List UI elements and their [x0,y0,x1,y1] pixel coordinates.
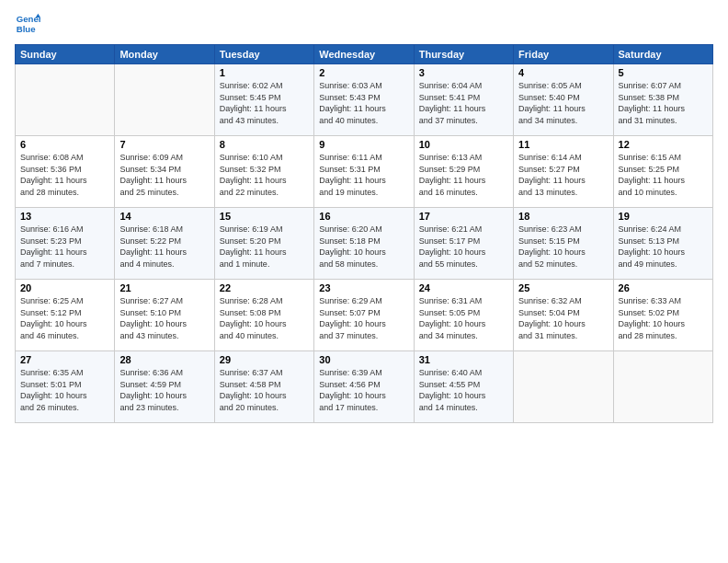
day-number: 20 [20,282,109,293]
day-info: Sunrise: 6:07 AM Sunset: 5:38 PM Dayligh… [619,80,708,126]
day-info: Sunrise: 6:36 AM Sunset: 4:59 PM Dayligh… [119,367,209,413]
day-info: Sunrise: 6:35 AM Sunset: 5:01 PM Dayligh… [20,367,109,413]
day-info: Sunrise: 6:09 AM Sunset: 5:34 PM Dayligh… [119,152,209,198]
calendar-cell: 5Sunrise: 6:07 AM Sunset: 5:38 PM Daylig… [613,64,712,136]
header-row: SundayMondayTuesdayWednesdayThursdayFrid… [16,45,713,64]
day-info: Sunrise: 6:23 AM Sunset: 5:15 PM Dayligh… [518,224,608,270]
day-number: 15 [220,211,309,222]
day-number: 4 [518,67,608,78]
day-number: 3 [419,67,508,78]
day-number: 29 [220,354,309,365]
calendar-cell: 22Sunrise: 6:28 AM Sunset: 5:08 PM Dayli… [214,280,313,351]
calendar-cell: 14Sunrise: 6:18 AM Sunset: 5:22 PM Dayli… [115,208,214,280]
day-number: 6 [20,139,109,150]
calendar-cell: 17Sunrise: 6:21 AM Sunset: 5:17 PM Dayli… [414,208,513,280]
day-number: 26 [619,282,708,293]
day-info: Sunrise: 6:37 AM Sunset: 4:58 PM Dayligh… [220,367,309,413]
calendar-cell: 27Sunrise: 6:35 AM Sunset: 5:01 PM Dayli… [16,351,115,423]
svg-text:Blue: Blue [17,24,36,34]
calendar-cell: 12Sunrise: 6:15 AM Sunset: 5:25 PM Dayli… [613,136,712,208]
day-number: 23 [319,282,408,293]
calendar-cell: 16Sunrise: 6:20 AM Sunset: 5:18 PM Dayli… [314,208,414,280]
calendar-cell: 20Sunrise: 6:25 AM Sunset: 5:12 PM Dayli… [16,280,115,351]
day-info: Sunrise: 6:13 AM Sunset: 5:29 PM Dayligh… [419,152,508,198]
calendar-cell: 3Sunrise: 6:04 AM Sunset: 5:41 PM Daylig… [414,64,513,136]
header-day: Wednesday [314,45,414,64]
calendar-cell: 7Sunrise: 6:09 AM Sunset: 5:34 PM Daylig… [115,136,214,208]
calendar-cell: 21Sunrise: 6:27 AM Sunset: 5:10 PM Dayli… [115,280,214,351]
day-number: 16 [319,211,408,222]
day-info: Sunrise: 6:32 AM Sunset: 5:04 PM Dayligh… [518,295,608,341]
calendar-cell: 11Sunrise: 6:14 AM Sunset: 5:27 PM Dayli… [514,136,613,208]
day-number: 13 [20,211,109,222]
day-number: 25 [518,282,608,293]
day-number: 24 [419,282,508,293]
calendar-cell [115,64,214,136]
day-number: 17 [419,211,508,222]
calendar-cell: 31Sunrise: 6:40 AM Sunset: 4:55 PM Dayli… [414,351,513,423]
header-day: Friday [514,45,613,64]
day-number: 2 [319,67,408,78]
day-info: Sunrise: 6:16 AM Sunset: 5:23 PM Dayligh… [20,224,109,270]
header-day: Monday [115,45,214,64]
header-day: Sunday [16,45,115,64]
day-number: 28 [119,354,209,365]
day-info: Sunrise: 6:02 AM Sunset: 5:45 PM Dayligh… [220,80,309,126]
calendar-cell: 8Sunrise: 6:10 AM Sunset: 5:32 PM Daylig… [214,136,313,208]
day-info: Sunrise: 6:10 AM Sunset: 5:32 PM Dayligh… [220,152,309,198]
day-info: Sunrise: 6:21 AM Sunset: 5:17 PM Dayligh… [419,224,508,270]
day-info: Sunrise: 6:39 AM Sunset: 4:56 PM Dayligh… [319,367,408,413]
calendar-cell: 9Sunrise: 6:11 AM Sunset: 5:31 PM Daylig… [314,136,414,208]
day-number: 8 [220,139,309,150]
logo-icon: General Blue [15,11,40,37]
day-number: 27 [20,354,109,365]
day-number: 21 [119,282,209,293]
logo: General Blue [15,11,44,37]
day-info: Sunrise: 6:40 AM Sunset: 4:55 PM Dayligh… [419,367,508,413]
calendar-cell [16,64,115,136]
day-number: 19 [619,211,708,222]
day-info: Sunrise: 6:31 AM Sunset: 5:05 PM Dayligh… [419,295,508,341]
calendar-cell: 2Sunrise: 6:03 AM Sunset: 5:43 PM Daylig… [314,64,414,136]
calendar-cell [613,351,712,423]
day-info: Sunrise: 6:20 AM Sunset: 5:18 PM Dayligh… [319,224,408,270]
day-info: Sunrise: 6:15 AM Sunset: 5:25 PM Dayligh… [619,152,708,198]
day-number: 14 [119,211,209,222]
calendar-cell: 25Sunrise: 6:32 AM Sunset: 5:04 PM Dayli… [514,280,613,351]
calendar-cell: 19Sunrise: 6:24 AM Sunset: 5:13 PM Dayli… [613,208,712,280]
day-info: Sunrise: 6:04 AM Sunset: 5:41 PM Dayligh… [419,80,508,126]
day-number: 18 [518,211,608,222]
calendar-week-row: 1Sunrise: 6:02 AM Sunset: 5:45 PM Daylig… [16,64,713,136]
day-number: 5 [619,67,708,78]
day-number: 31 [419,354,508,365]
day-number: 9 [319,139,408,150]
calendar-week-row: 6Sunrise: 6:08 AM Sunset: 5:36 PM Daylig… [16,136,713,208]
calendar-cell: 30Sunrise: 6:39 AM Sunset: 4:56 PM Dayli… [314,351,414,423]
day-number: 10 [419,139,508,150]
day-number: 30 [319,354,408,365]
calendar-cell [514,351,613,423]
calendar-header: SundayMondayTuesdayWednesdayThursdayFrid… [16,45,713,64]
calendar-week-row: 20Sunrise: 6:25 AM Sunset: 5:12 PM Dayli… [16,280,713,351]
calendar-cell: 10Sunrise: 6:13 AM Sunset: 5:29 PM Dayli… [414,136,513,208]
calendar-cell: 13Sunrise: 6:16 AM Sunset: 5:23 PM Dayli… [16,208,115,280]
day-number: 7 [119,139,209,150]
day-number: 1 [220,67,309,78]
calendar-cell: 6Sunrise: 6:08 AM Sunset: 5:36 PM Daylig… [16,136,115,208]
day-info: Sunrise: 6:24 AM Sunset: 5:13 PM Dayligh… [619,224,708,270]
header-day: Saturday [613,45,712,64]
calendar-body: 1Sunrise: 6:02 AM Sunset: 5:45 PM Daylig… [16,64,713,423]
calendar-cell: 26Sunrise: 6:33 AM Sunset: 5:02 PM Dayli… [613,280,712,351]
calendar-cell: 15Sunrise: 6:19 AM Sunset: 5:20 PM Dayli… [214,208,313,280]
calendar-cell: 23Sunrise: 6:29 AM Sunset: 5:07 PM Dayli… [314,280,414,351]
day-info: Sunrise: 6:27 AM Sunset: 5:10 PM Dayligh… [119,295,209,341]
calendar-week-row: 27Sunrise: 6:35 AM Sunset: 5:01 PM Dayli… [16,351,713,423]
calendar-cell: 4Sunrise: 6:05 AM Sunset: 5:40 PM Daylig… [514,64,613,136]
day-info: Sunrise: 6:28 AM Sunset: 5:08 PM Dayligh… [220,295,309,341]
calendar-cell: 28Sunrise: 6:36 AM Sunset: 4:59 PM Dayli… [115,351,214,423]
calendar-cell: 18Sunrise: 6:23 AM Sunset: 5:15 PM Dayli… [514,208,613,280]
day-number: 22 [220,282,309,293]
calendar-cell: 29Sunrise: 6:37 AM Sunset: 4:58 PM Dayli… [214,351,313,423]
day-number: 12 [619,139,708,150]
day-info: Sunrise: 6:11 AM Sunset: 5:31 PM Dayligh… [319,152,408,198]
